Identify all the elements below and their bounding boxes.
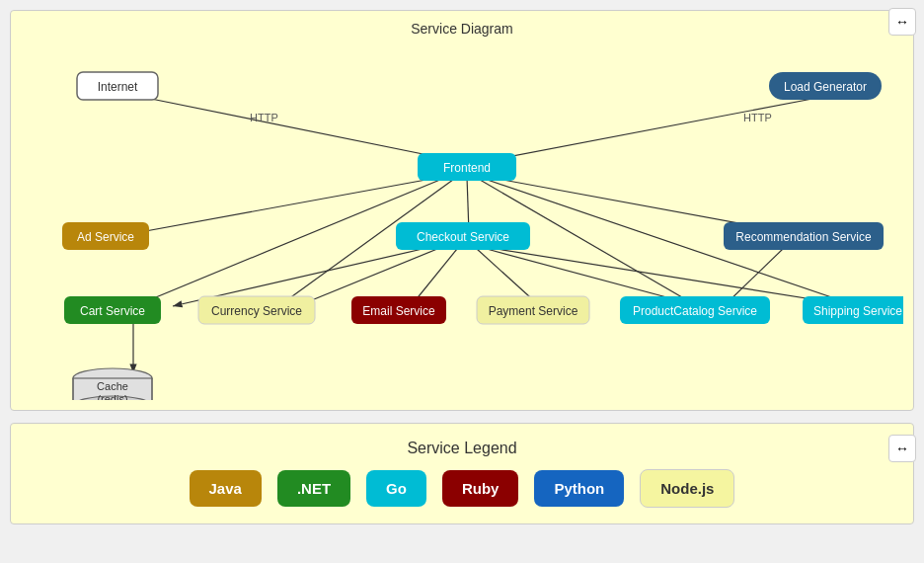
- shipping-service-label: Shipping Service: [813, 304, 902, 318]
- currency-service-label: Currency Service: [211, 304, 302, 318]
- payment-service-label: Payment Service: [489, 304, 578, 318]
- cache-label-line1: Cache: [97, 380, 128, 392]
- expand-legend-button[interactable]: ↔: [888, 435, 916, 462]
- diagram-svg: HTTP HTTP: [21, 44, 903, 400]
- diagram-svg-container: HTTP HTTP: [21, 44, 903, 400]
- legend-panel: Service Legend Java .NET Go Ruby Python …: [10, 423, 914, 524]
- svg-text:HTTP: HTTP: [250, 112, 278, 123]
- productcatalog-service-label: ProductCatalog Service: [633, 304, 757, 318]
- legend-ruby[interactable]: Ruby: [442, 470, 519, 507]
- legend-nodejs[interactable]: Node.js: [640, 469, 734, 508]
- legend-items: Java .NET Go Ruby Python Node.js: [190, 469, 735, 508]
- svg-line-1: [151, 99, 457, 161]
- frontend-label: Frontend: [443, 161, 491, 175]
- diagram-panel: Service Diagram HTTP HTTP: [10, 10, 914, 411]
- recommendation-service-label: Recommendation Service: [735, 230, 872, 244]
- legend-python[interactable]: Python: [534, 470, 624, 507]
- checkout-service-label: Checkout Service: [417, 230, 509, 244]
- legend-title: Service Legend: [407, 440, 516, 457]
- legend-java[interactable]: Java: [190, 470, 262, 507]
- cart-service-label: Cart Service: [80, 304, 145, 318]
- expand-diagram-button[interactable]: ↔: [888, 8, 916, 36]
- page-container: ↔ Service Diagram HTTP HTTP: [0, 0, 924, 534]
- ad-service-label: Ad Service: [77, 230, 134, 244]
- internet-label: Internet: [98, 80, 138, 94]
- svg-line-2: [487, 99, 812, 161]
- legend-net[interactable]: .NET: [277, 470, 350, 507]
- email-service-label: Email Service: [362, 304, 435, 318]
- svg-text:HTTP: HTTP: [743, 112, 772, 123]
- load-generator-label: Load Generator: [784, 80, 867, 94]
- legend-go[interactable]: Go: [366, 470, 426, 507]
- svg-line-5: [129, 177, 442, 234]
- cache-label-line2: (redis): [97, 393, 127, 400]
- diagram-title: Service Diagram: [21, 21, 903, 37]
